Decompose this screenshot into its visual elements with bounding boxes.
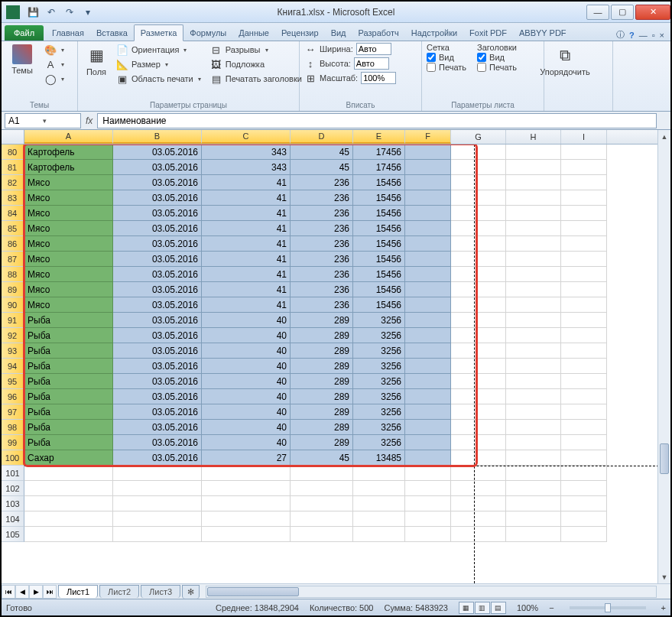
sheet-nav-prev[interactable]: ◀ (15, 585, 29, 599)
cell[interactable] (561, 236, 607, 252)
cell[interactable]: 03.05.2016 (113, 221, 202, 236)
cell[interactable]: 03.05.2016 (113, 420, 202, 435)
cell[interactable] (405, 481, 451, 496)
cell[interactable] (506, 511, 561, 527)
cell[interactable] (561, 175, 607, 190)
cell[interactable]: 40 (202, 389, 291, 404)
cell[interactable]: 41 (202, 252, 291, 267)
cell[interactable] (451, 252, 506, 267)
doc-minimize-button[interactable]: — (639, 31, 648, 40)
cell[interactable] (561, 374, 607, 389)
cell[interactable] (561, 481, 607, 496)
cell[interactable] (202, 466, 291, 481)
row-header[interactable]: 92 (2, 328, 24, 343)
cell[interactable]: Мясо (24, 236, 113, 252)
cell[interactable] (405, 267, 451, 282)
cell[interactable] (202, 496, 291, 511)
minimize-ribbon-icon[interactable]: ⓘ (616, 29, 625, 41)
cell[interactable]: 03.05.2016 (113, 236, 202, 252)
cell[interactable] (451, 221, 506, 236)
cell[interactable] (561, 297, 607, 313)
cell[interactable]: 3256 (353, 313, 405, 328)
row-header[interactable]: 93 (2, 343, 24, 359)
row-header[interactable]: 103 (2, 496, 24, 511)
cell[interactable] (451, 160, 506, 175)
cell[interactable] (506, 175, 561, 190)
cell[interactable]: 03.05.2016 (113, 145, 202, 160)
cell[interactable] (405, 328, 451, 343)
cell[interactable]: 236 (291, 297, 353, 313)
sheet-nav-last[interactable]: ⏭ (43, 585, 57, 599)
cell[interactable]: 15456 (353, 190, 405, 206)
cell[interactable] (561, 160, 607, 175)
close-button[interactable]: ✕ (635, 5, 670, 20)
view-normal-button[interactable]: ▦ (459, 602, 474, 614)
cell[interactable] (24, 511, 113, 527)
cell[interactable]: Мясо (24, 221, 113, 236)
cell[interactable]: 41 (202, 190, 291, 206)
maximize-button[interactable]: ▢ (611, 5, 634, 20)
cell[interactable] (451, 496, 506, 511)
orientation-button[interactable]: 📄Ориентация (113, 43, 204, 57)
cell[interactable] (506, 343, 561, 359)
cell[interactable] (506, 206, 561, 221)
row-header[interactable]: 85 (2, 221, 24, 236)
tab-foxit[interactable]: Foxit PDF (463, 25, 513, 41)
cell[interactable]: 03.05.2016 (113, 282, 202, 297)
cell[interactable]: 343 (202, 160, 291, 175)
cell[interactable] (451, 328, 506, 343)
cell[interactable] (561, 313, 607, 328)
cell[interactable]: 41 (202, 297, 291, 313)
cell[interactable]: Рыба (24, 374, 113, 389)
cell[interactable]: 236 (291, 175, 353, 190)
cell[interactable]: Картофель (24, 145, 113, 160)
cell[interactable] (202, 511, 291, 527)
cell[interactable] (561, 190, 607, 206)
select-all-corner[interactable] (2, 130, 24, 144)
cell[interactable]: 289 (291, 374, 353, 389)
col-header-c[interactable]: C (202, 130, 291, 144)
cell[interactable]: 40 (202, 359, 291, 374)
save-icon[interactable]: 💾 (24, 4, 41, 21)
row-header[interactable]: 96 (2, 389, 24, 404)
cell[interactable] (561, 466, 607, 481)
zoom-in-button[interactable]: + (661, 603, 666, 612)
cell[interactable] (506, 267, 561, 282)
cell[interactable] (113, 511, 202, 527)
tab-page-layout[interactable]: Разметка (134, 24, 184, 41)
cell[interactable] (506, 496, 561, 511)
row-header[interactable]: 97 (2, 404, 24, 420)
cell[interactable]: 236 (291, 190, 353, 206)
cell[interactable] (353, 496, 405, 511)
cell[interactable]: 03.05.2016 (113, 359, 202, 374)
cell[interactable] (451, 374, 506, 389)
cell[interactable]: 13485 (353, 450, 405, 466)
col-header-f[interactable]: F (405, 130, 451, 144)
cell[interactable]: Картофель (24, 160, 113, 175)
cell[interactable] (291, 511, 353, 527)
tab-home[interactable]: Главная (46, 25, 90, 41)
cell[interactable] (506, 282, 561, 297)
cell[interactable]: 289 (291, 389, 353, 404)
cell[interactable]: 03.05.2016 (113, 206, 202, 221)
cell[interactable]: Рыба (24, 359, 113, 374)
cell[interactable]: 27 (202, 450, 291, 466)
row-header[interactable]: 91 (2, 313, 24, 328)
cell[interactable] (451, 527, 506, 542)
cell[interactable]: 3256 (353, 435, 405, 450)
cell[interactable] (405, 206, 451, 221)
fx-button[interactable]: fx (81, 115, 97, 126)
cell[interactable]: 03.05.2016 (113, 175, 202, 190)
cell[interactable] (291, 527, 353, 542)
cell[interactable] (561, 435, 607, 450)
height-input[interactable] (354, 57, 389, 70)
cell[interactable] (405, 252, 451, 267)
cell[interactable]: 236 (291, 267, 353, 282)
cell[interactable]: 45 (291, 160, 353, 175)
cell[interactable] (405, 374, 451, 389)
cell[interactable]: 15456 (353, 297, 405, 313)
cell[interactable] (353, 481, 405, 496)
sheet-tab-2[interactable]: Лист2 (99, 585, 139, 598)
cell[interactable] (405, 221, 451, 236)
cell[interactable] (24, 481, 113, 496)
